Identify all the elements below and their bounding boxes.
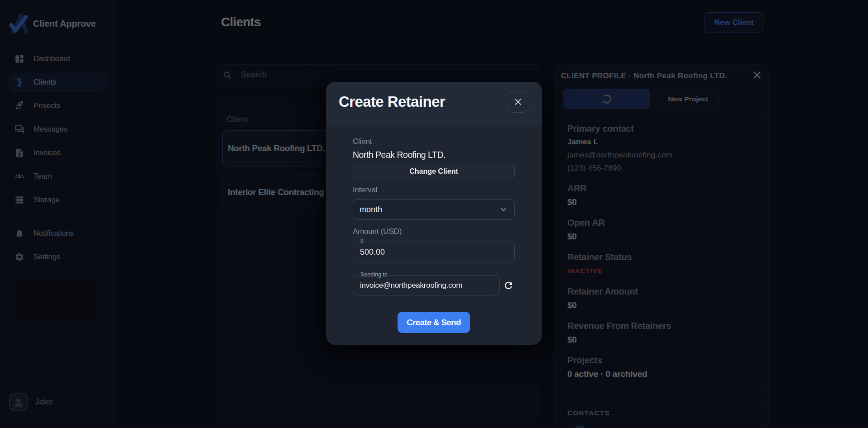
currency-legend: $ [358,238,366,244]
interval-select-value: month [360,205,382,214]
amount-fieldset: $ [353,242,515,262]
sending-to-fieldset: Sending to [353,275,500,295]
create-send-button[interactable]: Create & Send [398,312,470,333]
chevron-down-icon [499,205,508,214]
modal-title: Create Retainer [339,93,445,110]
change-client-button[interactable]: Change Client [353,165,515,178]
refresh-button[interactable] [502,277,515,294]
create-retainer-modal: Create Retainer Client North Peak Roofin… [326,82,542,345]
sending-row: Sending to [353,275,515,295]
client-field-value: North Peak Roofing LTD. [353,150,515,160]
sending-to-input[interactable] [353,276,499,295]
sending-to-legend: Sending to [358,271,390,278]
close-icon [513,97,523,106]
modal-body: Client North Peak Roofing LTD. Change Cl… [326,125,542,333]
amount-input[interactable] [353,242,514,262]
amount-field-label: Amount (USD) [353,227,515,236]
client-field-label: Client [353,137,515,146]
modal-header: Create Retainer [326,82,542,125]
interval-select[interactable]: month [353,199,515,220]
interval-field-label: Interval [353,185,515,195]
refresh-icon [503,280,514,291]
modal-close-button[interactable] [507,91,529,113]
